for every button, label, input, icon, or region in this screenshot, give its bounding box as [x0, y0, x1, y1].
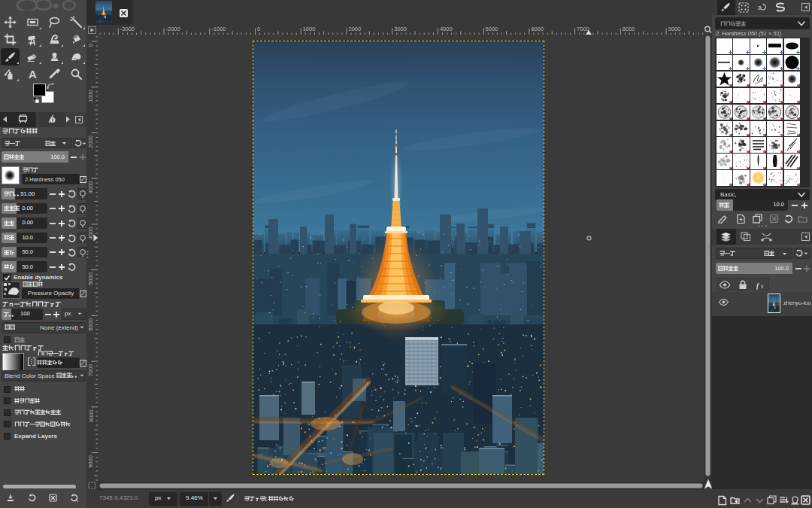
svg-text:9000: 9000	[668, 26, 681, 32]
svg-text:5000: 5000	[486, 26, 498, 32]
svg-text:0: 0	[257, 26, 260, 32]
svg-text:.: .	[75, 373, 77, 379]
svg-text:x: x	[761, 284, 764, 289]
svg-text::: :	[265, 496, 266, 502]
svg-text:4000: 4000	[88, 227, 95, 239]
svg-text:i: i	[52, 117, 53, 123]
svg-text:7000: 7000	[88, 364, 95, 377]
svg-text:7000: 7000	[577, 26, 589, 32]
svg-text:0: 0	[88, 44, 95, 47]
svg-text:3000: 3000	[394, 26, 407, 32]
svg-text:4000: 4000	[440, 26, 453, 32]
svg-text:-3000: -3000	[120, 26, 135, 32]
svg-text:5000: 5000	[88, 272, 95, 285]
svg-text:1000: 1000	[303, 26, 316, 32]
svg-text:A: A	[29, 68, 37, 81]
svg-text:2000: 2000	[349, 26, 362, 32]
svg-text:3000: 3000	[88, 181, 95, 194]
svg-text:f: f	[756, 281, 760, 290]
svg-text:-2000: -2000	[166, 26, 180, 32]
svg-text:1000: 1000	[88, 90, 95, 102]
svg-text:8000: 8000	[88, 409, 95, 422]
svg-text:a: a	[758, 4, 762, 11]
svg-text:.: .	[72, 373, 74, 379]
svg-text:6000: 6000	[531, 26, 544, 32]
svg-text:-1000: -1000	[211, 26, 226, 32]
svg-text:9000: 9000	[88, 455, 95, 468]
svg-text:2000: 2000	[88, 135, 95, 148]
svg-text:8000: 8000	[623, 26, 635, 32]
svg-text:6000: 6000	[88, 318, 95, 331]
